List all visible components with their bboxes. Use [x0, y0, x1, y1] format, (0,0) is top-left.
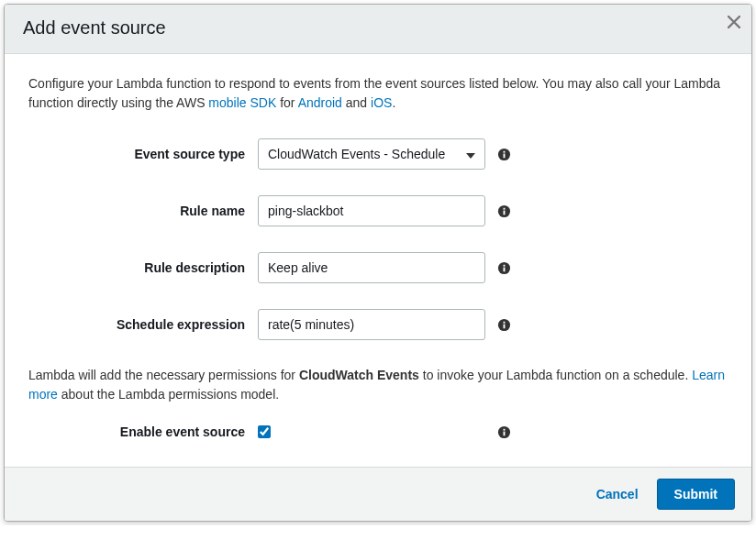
- svg-rect-1: [503, 153, 505, 158]
- permissions-text: Lambda will add the necessary permission…: [28, 366, 728, 404]
- close-icon[interactable]: [728, 12, 740, 32]
- intro-text: Configure your Lambda function to respon…: [28, 74, 728, 113]
- svg-rect-8: [503, 264, 505, 266]
- label-rule-name: Rule name: [28, 204, 258, 218]
- svg-rect-11: [503, 321, 505, 323]
- enable-event-source-checkbox[interactable]: [258, 425, 271, 438]
- row-rule-description: Rule description: [28, 252, 728, 283]
- label-rule-description: Rule description: [28, 260, 258, 275]
- modal-title: Add event source: [23, 17, 733, 39]
- cancel-button[interactable]: Cancel: [591, 479, 644, 509]
- submit-button[interactable]: Submit: [657, 479, 735, 510]
- modal-body: Configure your Lambda function to respon…: [5, 54, 751, 467]
- svg-rect-2: [503, 150, 505, 152]
- info-icon[interactable]: [496, 424, 511, 439]
- svg-rect-4: [503, 210, 505, 215]
- info-icon[interactable]: [496, 260, 511, 275]
- event-source-type-select[interactable]: CloudWatch Events - Schedule: [258, 138, 485, 170]
- svg-rect-13: [503, 431, 505, 435]
- add-event-source-modal: Add event source Configure your Lambda f…: [4, 4, 752, 522]
- info-icon[interactable]: [496, 204, 511, 218]
- ios-link[interactable]: iOS: [371, 95, 392, 110]
- row-event-source-type: Event source type CloudWatch Events - Sc…: [28, 138, 728, 170]
- mobile-sdk-link[interactable]: mobile SDK: [208, 95, 276, 110]
- svg-rect-5: [503, 207, 505, 209]
- modal-header: Add event source: [5, 5, 751, 54]
- svg-rect-14: [503, 428, 505, 430]
- android-link[interactable]: Android: [298, 95, 342, 110]
- rule-name-input[interactable]: [258, 195, 485, 226]
- label-schedule-expression: Schedule expression: [28, 317, 258, 332]
- row-enable-event-source: Enable event source: [28, 424, 728, 439]
- svg-rect-7: [503, 267, 505, 271]
- caret-down-icon: [466, 146, 475, 162]
- svg-rect-10: [503, 324, 505, 328]
- info-icon[interactable]: [496, 317, 511, 332]
- schedule-expression-input[interactable]: [258, 309, 485, 340]
- rule-description-input[interactable]: [258, 252, 485, 283]
- row-rule-name: Rule name: [28, 195, 728, 226]
- modal-footer: Cancel Submit: [5, 467, 751, 521]
- label-event-source-type: Event source type: [28, 147, 258, 161]
- row-schedule-expression: Schedule expression: [28, 309, 728, 340]
- info-icon[interactable]: [496, 147, 511, 161]
- label-enable-event-source: Enable event source: [28, 424, 258, 439]
